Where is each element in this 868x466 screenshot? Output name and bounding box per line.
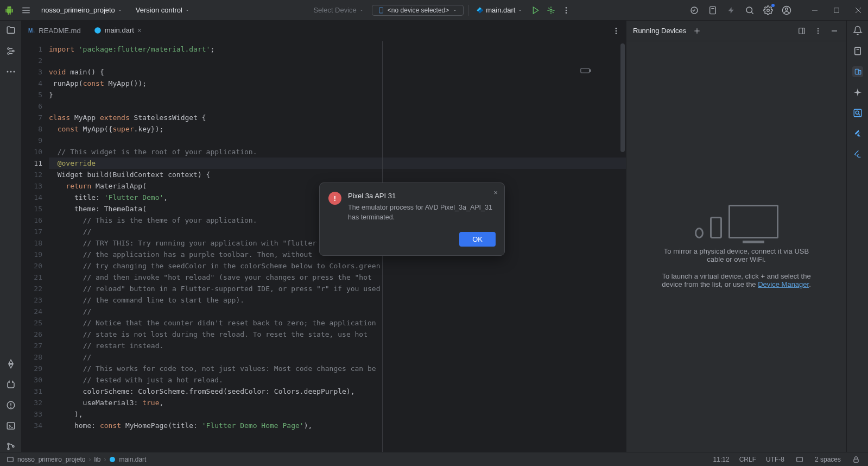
lightning-icon[interactable]: [726, 5, 737, 16]
gemini-icon[interactable]: [852, 87, 863, 98]
svg-point-5: [550, 9, 552, 11]
svg-point-21: [8, 48, 9, 49]
project-tool-icon[interactable]: [5, 25, 16, 36]
svg-rect-18: [834, 8, 839, 12]
svg-point-57: [110, 457, 115, 462]
search-icon[interactable]: [744, 5, 755, 16]
android-logo-icon: [4, 5, 14, 15]
tab-more-icon[interactable]: [611, 26, 622, 36]
right-tool-rail: [846, 21, 868, 452]
encoding[interactable]: UTF-8: [766, 456, 784, 463]
panel-title: Running Devices: [633, 27, 686, 35]
svg-point-35: [94, 27, 101, 34]
devices-icon[interactable]: [852, 66, 863, 77]
account-icon[interactable]: [781, 5, 792, 16]
problems-tool-icon[interactable]: [5, 400, 16, 411]
indent-icon[interactable]: [794, 454, 805, 465]
svg-rect-59: [854, 459, 858, 462]
minimize-button[interactable]: [809, 5, 820, 16]
svg-point-8: [566, 12, 567, 14]
panel-hide-icon[interactable]: [829, 26, 840, 36]
titlebar: nosso_primeiro_projeto Version control S…: [0, 0, 868, 21]
close-button[interactable]: [853, 5, 864, 16]
database-icon[interactable]: [852, 46, 863, 56]
flutter-tool-icon[interactable]: [5, 358, 16, 369]
code-with-me-icon[interactable]: [689, 5, 700, 16]
device-selector[interactable]: <no device selected>: [372, 5, 464, 16]
line-ending[interactable]: CRLF: [739, 456, 756, 463]
select-device-dropdown[interactable]: Select Device: [310, 4, 367, 16]
svg-rect-30: [7, 423, 15, 429]
settings-icon[interactable]: [763, 5, 774, 16]
svg-rect-53: [854, 109, 861, 117]
indent[interactable]: 2 spaces: [815, 456, 841, 463]
svg-point-46: [818, 30, 819, 31]
vcs-dropdown[interactable]: Version control: [132, 4, 193, 16]
dart-icon: [94, 27, 102, 34]
tab-readme[interactable]: M↓ README.md: [22, 21, 87, 41]
battery-icon: [580, 45, 623, 97]
cursor-position[interactable]: 11:12: [713, 456, 730, 463]
svg-rect-10: [710, 7, 716, 14]
hamburger-icon[interactable]: [21, 5, 31, 16]
markdown-icon: M↓: [28, 28, 35, 34]
tab-main-dart[interactable]: main.dart ×: [87, 21, 148, 41]
terminal-tool-icon[interactable]: [5, 420, 16, 431]
svg-point-22: [8, 53, 9, 54]
more-tool-icon[interactable]: [5, 66, 16, 77]
svg-marker-4: [534, 7, 538, 14]
svg-point-7: [566, 9, 567, 11]
debug-button[interactable]: [546, 5, 556, 16]
notifications-icon[interactable]: [852, 25, 863, 36]
cat-tool-icon[interactable]: [5, 379, 16, 390]
status-bar: nosso_primeiro_projeto › lib › main.dart…: [0, 452, 868, 466]
structure-tool-icon[interactable]: [5, 46, 16, 56]
svg-rect-58: [797, 457, 803, 461]
svg-rect-40: [590, 70, 591, 71]
svg-rect-56: [8, 457, 14, 461]
svg-point-29: [10, 407, 11, 407]
flutter-inspector-icon[interactable]: [852, 128, 863, 139]
layout-inspector-icon[interactable]: [852, 108, 863, 118]
breadcrumb[interactable]: nosso_primeiro_projeto › lib › main.dart: [7, 456, 146, 463]
svg-line-55: [858, 114, 860, 116]
lock-icon[interactable]: [851, 454, 861, 465]
dialog-close-icon[interactable]: ×: [493, 188, 498, 197]
flutter-outline-icon[interactable]: [852, 149, 863, 160]
running-devices-panel: Running Devices To mirror a physical dev…: [626, 21, 846, 452]
error-icon: !: [328, 192, 341, 205]
editor-tabs: M↓ README.md main.dart ×: [22, 21, 626, 41]
svg-point-24: [7, 71, 8, 73]
close-tab-icon[interactable]: ×: [137, 26, 142, 35]
svg-point-6: [566, 7, 567, 9]
vcs-tool-icon[interactable]: [5, 441, 16, 452]
scrollbar[interactable]: [620, 43, 625, 152]
svg-rect-43: [799, 28, 805, 34]
maximize-button[interactable]: [831, 5, 842, 16]
dialog-title: Pixel 3a API 31: [348, 192, 496, 200]
dialog-ok-button[interactable]: OK: [459, 232, 496, 247]
svg-point-45: [818, 28, 819, 29]
svg-rect-39: [581, 68, 590, 73]
device-manager-link[interactable]: Device Manager: [758, 280, 809, 288]
window-icon[interactable]: [796, 26, 807, 36]
project-dropdown[interactable]: nosso_primeiro_projeto: [38, 4, 126, 16]
svg-point-14: [767, 9, 770, 11]
dialog-message: The emulator process for AVD Pixel_3a_AP…: [348, 203, 496, 222]
updates-icon[interactable]: [707, 5, 718, 16]
svg-point-36: [616, 28, 617, 29]
svg-point-26: [13, 71, 15, 73]
run-config-dropdown[interactable]: main.dart: [473, 4, 526, 16]
svg-line-13: [751, 12, 753, 14]
svg-point-47: [818, 32, 819, 33]
panel-msg2: To launch a virtual device, click + and …: [655, 272, 818, 288]
run-button[interactable]: [530, 5, 541, 16]
panel-more-icon[interactable]: [813, 26, 823, 36]
add-device-icon[interactable]: [692, 26, 702, 36]
svg-point-16: [785, 8, 788, 10]
svg-point-33: [8, 448, 9, 450]
folder-icon: [7, 456, 14, 463]
svg-rect-3: [379, 8, 383, 13]
more-icon[interactable]: [561, 5, 572, 16]
devices-illustration: [695, 205, 778, 238]
